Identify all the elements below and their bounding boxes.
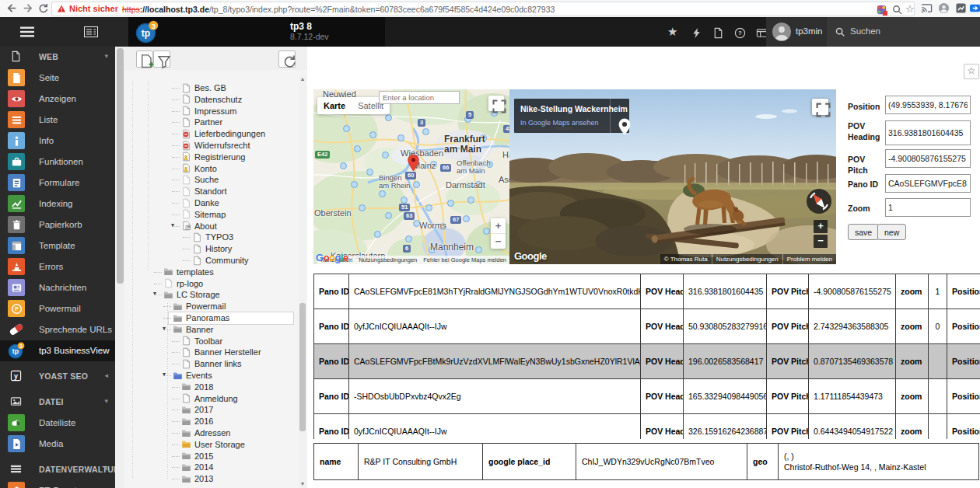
- map-marker[interactable]: [385, 212, 392, 219]
- module-item-indexing[interactable]: Indexing: [0, 193, 115, 214]
- map-zoom-in-button[interactable]: +: [491, 218, 506, 233]
- tree-toggle-icon[interactable]: [84, 26, 98, 37]
- module-item-liste[interactable]: Liste: [0, 110, 115, 131]
- map-fullscreen-button[interactable]: [488, 96, 504, 111]
- tree-item-about[interactable]: ▾About: [124, 221, 299, 232]
- module-item-papierkorb[interactable]: Papierkorb: [0, 214, 115, 235]
- tree-item-banner-hersteller[interactable]: Banner Hersteller: [124, 347, 299, 358]
- map-marker[interactable]: [422, 128, 429, 135]
- map-marker[interactable]: [382, 152, 389, 159]
- tree-item-adressen[interactable]: Adressen: [124, 427, 299, 439]
- module-item-powermail[interactable]: PPowermail: [0, 298, 115, 319]
- pano-table-row[interactable]: Pano ID0yfJCnICQIUAAAQIt--IJwPOV Heading…: [314, 309, 980, 344]
- map-marker[interactable]: [483, 228, 490, 235]
- extension-icon[interactable]: [876, 4, 887, 16]
- user-menu[interactable]: tp3min: [766, 17, 827, 47]
- pano-table-row[interactable]: Pano IDCAoSLEFGMVFpcFBtMk9rUzVzdXVLMFlWa…: [314, 344, 980, 379]
- tree-item-banner-links[interactable]: Banner links: [124, 358, 299, 370]
- module-item-tp3-businessview[interactable]: tp3tp3 BusinessView: [0, 340, 115, 361]
- tree-item-suche[interactable]: Suche: [124, 174, 299, 186]
- browser-back-icon[interactable]: [6, 2, 18, 14]
- street-view-zoom-out-button[interactable]: −: [814, 235, 828, 248]
- map-zoom-out-button[interactable]: −: [491, 234, 506, 249]
- clear-cache-bolt-icon[interactable]: [691, 27, 702, 39]
- tree-item-bes-gb[interactable]: Bes. GB: [124, 82, 299, 94]
- address-bar[interactable]: Nicht sicher | https://localhost.tp3.de/…: [51, 2, 915, 16]
- bookmark-star-icon[interactable]: ☆: [905, 3, 917, 15]
- tree-expander-icon[interactable]: ▾: [163, 371, 166, 378]
- module-item-media[interactable]: Media: [0, 434, 115, 455]
- google-map[interactable]: NeuwiedFrankfurt am MainHanauWiesbadenMa…: [313, 89, 509, 264]
- map-marker[interactable]: [366, 169, 373, 176]
- tree-item-toolbar[interactable]: Toolbar: [124, 336, 299, 347]
- street-view-zoom-in-button[interactable]: +: [814, 220, 828, 233]
- tree-item-events[interactable]: ▾Events: [124, 370, 299, 382]
- tree-item-typo3[interactable]: TYPO3: [124, 232, 299, 243]
- module-item-anzeigen[interactable]: Anzeigen: [0, 89, 115, 110]
- stats-extension-icon[interactable]: [955, 2, 967, 14]
- tree-item-2018[interactable]: 2018: [124, 382, 299, 393]
- position-field[interactable]: [885, 96, 971, 114]
- map-marker-pin-icon[interactable]: [408, 154, 419, 172]
- map-marker[interactable]: [340, 162, 347, 169]
- map-marker[interactable]: [463, 215, 470, 222]
- tree-item-anmeldung[interactable]: Anmeldung: [124, 393, 299, 405]
- pov-pitch-field[interactable]: [885, 149, 971, 168]
- map-attribution-terms[interactable]: Nutzungsbedingungen: [359, 256, 417, 263]
- bookmark-button[interactable]: ☆: [964, 64, 979, 79]
- translate-extension-icon[interactable]: [969, 2, 980, 14]
- open-document-icon[interactable]: [712, 27, 724, 39]
- pano-table-row[interactable]: Pano ID-SHDOsbUbDPxvbz4Qvx2EgPOV Heading…: [314, 379, 980, 414]
- module-section-yoast-seo[interactable]: yYOAST SEO◂: [0, 366, 115, 387]
- save-button[interactable]: save: [848, 224, 879, 240]
- scrollbar-thumb[interactable]: [117, 48, 124, 284]
- menu-toggle-icon[interactable]: [20, 26, 34, 37]
- tree-item-2017[interactable]: 2017: [124, 404, 299, 416]
- street-view-panorama[interactable]: Nike-Stellung Wackernheim In Google Maps…: [509, 89, 836, 264]
- tree-item-2016[interactable]: 2016: [124, 416, 299, 427]
- tree-expander-icon[interactable]: ▾: [163, 325, 166, 332]
- module-item-seite[interactable]: Seite: [0, 68, 115, 89]
- scrollbar-thumb[interactable]: [299, 303, 306, 431]
- map-marker[interactable]: [359, 204, 366, 211]
- map-marker[interactable]: [413, 181, 420, 188]
- security-warning-icon[interactable]: [57, 4, 66, 13]
- module-section-datei[interactable]: DATEI▾: [0, 392, 115, 413]
- map-marker[interactable]: [374, 231, 381, 238]
- module-menu-scrollbar[interactable]: [115, 47, 124, 488]
- module-section-datenverwaltung[interactable]: DATENVERWALTUNG▾: [0, 459, 115, 480]
- compass-control[interactable]: [806, 188, 832, 214]
- tree-item-lc-storage[interactable]: ▾LC Storage: [124, 289, 299, 301]
- pano-table-row[interactable]: Pano IDCAoSLEFGMVFpcE81M3hTYjRraldGMlJYN…: [314, 274, 980, 309]
- map-marker[interactable]: [369, 131, 376, 138]
- help-icon[interactable]: ?: [734, 27, 746, 39]
- map-marker[interactable]: [425, 204, 432, 211]
- tree-item-banner[interactable]: ▾Banner: [124, 324, 299, 336]
- scroll-up-icon[interactable]: ▲: [299, 76, 306, 82]
- tree-item-2013[interactable]: 2013: [124, 473, 299, 485]
- map-marker[interactable]: [401, 197, 408, 204]
- new-button[interactable]: new: [877, 224, 906, 240]
- module-item-template[interactable]: Template: [0, 235, 115, 256]
- tree-item-sitemap[interactable]: Sitemap: [124, 209, 299, 221]
- map-marker[interactable]: [351, 181, 358, 188]
- zoom-lens-icon[interactable]: [891, 4, 903, 16]
- pov-heading-field[interactable]: [885, 120, 971, 145]
- tree-item-rp-logo[interactable]: rp-logo: [124, 278, 299, 290]
- tree-item-widerrufsrecht[interactable]: Widerrufsrecht: [124, 140, 299, 152]
- map-type-karte-button[interactable]: Karte: [317, 97, 352, 114]
- view-in-google-maps-link[interactable]: In Google Maps ansehen: [520, 119, 599, 127]
- pano-id-field[interactable]: [885, 174, 971, 193]
- module-item-errors[interactable]: Errors: [0, 256, 115, 277]
- pano-table-row[interactable]: Pano ID0yfJCnICQIUAAAQIt--IJwPOV Heading…: [314, 414, 980, 440]
- module-item-dateiliste[interactable]: Dateiliste: [0, 413, 115, 434]
- tree-item-impressum[interactable]: Impressum: [124, 106, 299, 117]
- browser-reload-icon[interactable]: [37, 2, 49, 14]
- tree-item-templates[interactable]: templates: [124, 267, 299, 278]
- module-item-fe-benutzer[interactable]: FE-Benutzer: [0, 480, 115, 488]
- tree-item-community[interactable]: Community: [124, 255, 299, 267]
- browser-forward-icon[interactable]: [22, 2, 33, 14]
- tree-item-registrierung[interactable]: Registrierung: [124, 152, 299, 163]
- tree-item-panoramas[interactable]: Panoramas: [124, 312, 299, 324]
- module-item-nachrichten[interactable]: Nachrichten: [0, 277, 115, 298]
